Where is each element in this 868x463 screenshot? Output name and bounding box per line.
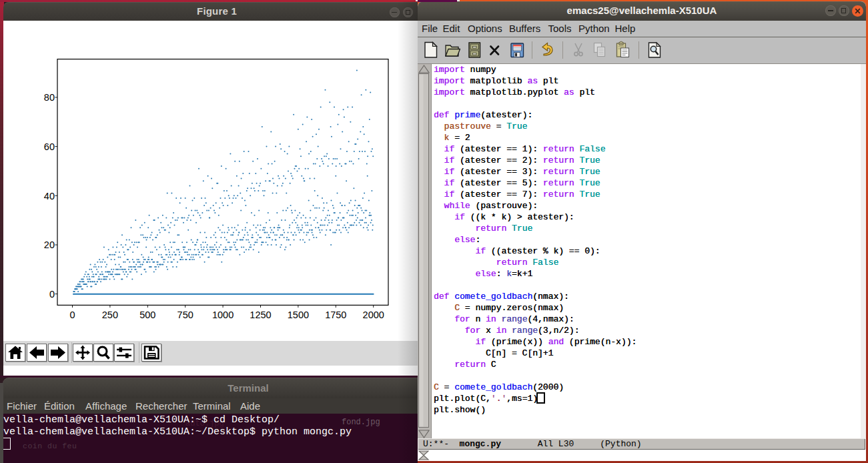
svg-text:1500: 1500 — [288, 310, 309, 320]
svg-text:1000: 1000 — [212, 310, 234, 320]
svg-text:0: 0 — [49, 289, 55, 300]
svg-text:0: 0 — [69, 310, 75, 320]
svg-text:20: 20 — [44, 240, 55, 250]
svg-text:500: 500 — [139, 310, 155, 320]
svg-text:1250: 1250 — [250, 310, 271, 320]
svg-text:750: 750 — [177, 310, 193, 320]
svg-text:2000: 2000 — [363, 310, 384, 320]
svg-text:60: 60 — [44, 141, 55, 152]
svg-text:80: 80 — [44, 92, 55, 103]
svg-text:1750: 1750 — [325, 310, 346, 320]
svg-text:250: 250 — [102, 310, 118, 320]
svg-text:40: 40 — [44, 191, 55, 201]
